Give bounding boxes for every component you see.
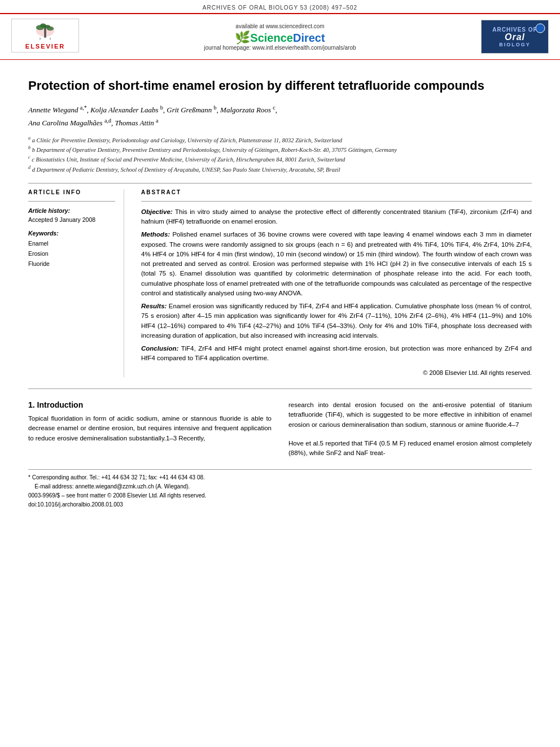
- article-info-abstract: ARTICLE INFO Article history: Accepted 9…: [28, 189, 532, 377]
- issn-footnote: 0003-9969/$ – see front matter © 2008 El…: [28, 491, 532, 500]
- main-content: Protection of short-time enamel erosion …: [0, 60, 560, 521]
- oral-title: Oral: [505, 33, 525, 42]
- affiliation-a: a Clinic for Preventive Dentistry, Perio…: [32, 137, 342, 143]
- svg-point-8: [536, 24, 545, 33]
- affiliation-c: c Biostatistics Unit, Institute of Socia…: [32, 156, 345, 163]
- keyword-erosion: Erosion: [28, 249, 115, 259]
- keywords-label: Keywords:: [28, 230, 115, 237]
- journal-header: ARCHIVES OF ORAL BIOLOGY 53 (2008) 497–5…: [0, 0, 560, 13]
- oral-box: ARCHIVES OF Oral BIOLOGY: [481, 20, 549, 54]
- affiliations: a a Clinic for Preventive Dentistry, Per…: [28, 135, 532, 174]
- logo-banner: ELSEVIER available at www.sciencedirect.…: [0, 13, 560, 60]
- conclusion-text: TiF4, ZrF4 and HfF4 might protect enamel…: [141, 345, 532, 361]
- abstract-divider: [141, 201, 532, 202]
- objective-text: This in vitro study aimed to analyse the…: [141, 208, 532, 225]
- objective-label: Objective:: [141, 208, 173, 215]
- keyword-fluoride: Fluoride: [28, 259, 115, 269]
- body-right-col: research into dental erosion focused on …: [288, 400, 532, 458]
- copyright: © 2008 Elsevier Ltd. All rights reserved…: [141, 368, 532, 378]
- history-value: Accepted 9 January 2008: [28, 216, 115, 223]
- intro-left-text: Topical fluoridation in form of acidic s…: [28, 414, 272, 443]
- elsevier-box: ELSEVIER: [11, 19, 79, 53]
- oral-icon-svg: [535, 23, 546, 34]
- oral-logo-corner: [535, 23, 546, 34]
- methods-text: Polished enamel surfaces of 36 bovine cr…: [141, 231, 532, 296]
- corresponding-author: * Corresponding author. Tel.: +41 44 634…: [28, 473, 532, 482]
- right-text-1: research into dental erosion focused on …: [288, 401, 532, 428]
- email-text: E-mail address: annette.wiegand@zzmk.uzh…: [34, 483, 190, 490]
- journal-url: journal homepage: www.intl.elsevierhealt…: [85, 45, 475, 51]
- sciencedirect-logo: 🌿 ScienceDirect: [85, 32, 475, 45]
- intro-right-text: research into dental erosion focused on …: [288, 400, 532, 430]
- elsevier-svg: ELSEVIER: [14, 21, 76, 50]
- article-title: Protection of short-time enamel erosion …: [28, 78, 532, 94]
- body-left-col: 1. Introduction Topical fluoridation in …: [28, 400, 272, 458]
- bottom-divider: [28, 388, 532, 389]
- info-divider: [28, 201, 115, 202]
- abstract-conclusion: Conclusion: TiF4, ZrF4 and HfF4 might pr…: [141, 344, 532, 364]
- oral-subtitle: BIOLOGY: [499, 42, 531, 47]
- footnote-divider: [28, 469, 532, 470]
- keyword-enamel: Enamel: [28, 239, 115, 249]
- section-title: Introduction: [37, 400, 84, 409]
- journal-header-text: ARCHIVES OF ORAL BIOLOGY 53 (2008) 497–5…: [203, 5, 357, 11]
- svg-point-5: [44, 25, 50, 28]
- sd-text: ScienceDirect: [250, 32, 325, 45]
- methods-label: Methods:: [141, 231, 170, 238]
- affiliation-b: b Department of Operative Dentistry, Pre…: [32, 147, 397, 153]
- section-number: 1.: [28, 400, 35, 409]
- authors: Annette Wiegand a,*, Kolja Alexander Laa…: [28, 103, 532, 129]
- abstract-methods: Methods: Polished enamel surfaces of 36 …: [141, 230, 532, 298]
- footnotes: * Corresponding author. Tel.: +41 44 634…: [28, 473, 532, 509]
- abstract-label: ABSTRACT: [141, 189, 532, 195]
- oral-logo-container: ARCHIVES OF Oral BIOLOGY: [475, 20, 549, 54]
- main-divider: [28, 183, 532, 184]
- abstract-objective: Objective: This in vitro study aimed to …: [141, 207, 532, 227]
- conclusion-label: Conclusion:: [141, 345, 178, 352]
- affiliation-d: d Department of Pediatric Dentistry, Sch…: [32, 166, 340, 172]
- doi-footnote: doi:10.1016/j.archoralbio.2008.01.003: [28, 500, 532, 509]
- available-text: available at www.sciencedirect.com: [85, 23, 475, 29]
- article-info-label: ARTICLE INFO: [28, 189, 115, 195]
- results-label: Results:: [141, 303, 167, 309]
- abstract-results: Results: Enamel erosion was significantl…: [141, 302, 532, 340]
- article-info-col: ARTICLE INFO Article history: Accepted 9…: [28, 189, 124, 377]
- intro-right-text2: Hove et al.5 reported that TiF4 (0.5 M F…: [288, 439, 532, 458]
- abstract-text: Objective: This in vitro study aimed to …: [141, 207, 532, 377]
- elsevier-label: ELSEVIER: [25, 43, 65, 50]
- intro-heading: 1. Introduction: [28, 400, 272, 409]
- elsevier-tree-svg: [23, 21, 68, 42]
- sd-tree-icon: 🌿: [235, 32, 250, 44]
- results-text: Enamel erosion was significantly reduced…: [141, 303, 532, 339]
- body-content: 1. Introduction Topical fluoridation in …: [28, 400, 532, 458]
- elsevier-logo-container: ELSEVIER: [11, 19, 85, 55]
- logo-center: available at www.sciencedirect.com 🌿 Sci…: [85, 23, 475, 51]
- email-footnote: E-mail address: annette.wiegand@zzmk.uzh…: [28, 482, 532, 491]
- history-label: Article history:: [28, 207, 115, 214]
- abstract-col: ABSTRACT Objective: This in vitro study …: [141, 189, 532, 377]
- page: ARCHIVES OF ORAL BIOLOGY 53 (2008) 497–5…: [0, 0, 560, 747]
